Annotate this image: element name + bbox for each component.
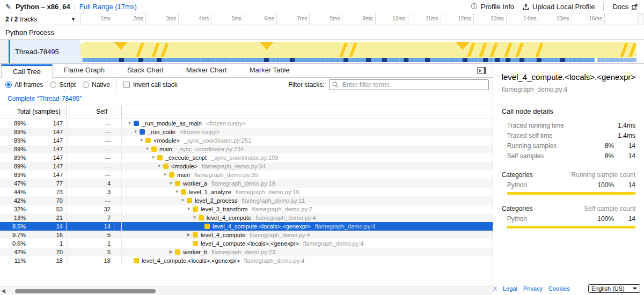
- footer-link-legal[interactable]: Legal: [503, 285, 517, 292]
- total-count: 147: [26, 145, 66, 153]
- scroll-left-arrow-icon[interactable]: [2, 289, 5, 293]
- track-process-header[interactable]: Python Process: [0, 25, 644, 40]
- function-file: flamegraph_demo.py:4: [315, 222, 376, 231]
- footer-link-x[interactable]: X: [493, 285, 497, 292]
- radio-script[interactable]: Script: [50, 81, 76, 88]
- category-python-icon: [157, 155, 163, 160]
- call-tree-row[interactable]: 8.5%1414level_4_compute.<locals>.<genexp…: [0, 222, 493, 231]
- breadcrumb-complete-thread[interactable]: Complete “Thread-78495”: [8, 95, 82, 102]
- total-cell: 89%147: [0, 162, 67, 171]
- category-heading-row: CategoriesRunning sample count: [502, 170, 635, 180]
- radio-native[interactable]: Native: [83, 81, 110, 88]
- call-tree-row[interactable]: 89%147—▼_run_code<frozen runpy>: [0, 128, 493, 136]
- function-name: level_4_compute: [201, 231, 245, 239]
- docs-link[interactable]: Docs: [612, 3, 638, 11]
- track-reorder-gutter[interactable]: [0, 40, 9, 63]
- total-cell: 11%18: [0, 256, 67, 265]
- horizontal-scrollbar-thumb[interactable]: [15, 289, 156, 293]
- tab-stack-chart[interactable]: Stack Chart: [116, 64, 175, 77]
- expand-open-icon[interactable]: ▼: [137, 136, 145, 145]
- call-tree-row[interactable]: 89%147—▼<module>_sync_coordinator.py:251: [0, 136, 493, 145]
- call-tree-row[interactable]: 89%147—▼<module>flamegraph_demo.py:34: [0, 162, 493, 171]
- call-tree-row[interactable]: 89%147—▼main_sync_coordinator.py:234: [0, 145, 493, 153]
- tab-marker-table[interactable]: Marker Table: [238, 64, 301, 77]
- thread-activity-graph[interactable]: [80, 40, 638, 63]
- sidebar-toggle-button[interactable]: [477, 67, 486, 74]
- column-header-total[interactable]: Total (samples): [0, 105, 67, 119]
- tracks-count: 2 / 2: [5, 16, 18, 23]
- edit-profile-name-icon[interactable]: ✎: [5, 3, 11, 11]
- timeline-tick-strip[interactable]: 1ms2ms3ms4ms5ms6ms7ms8ms9ms10ms11ms12ms1…: [80, 13, 638, 25]
- call-tree-row[interactable]: 0.6%11level_4_compute.<locals>.<genexpr>…: [0, 239, 493, 248]
- column-header-self[interactable]: Self: [67, 105, 114, 119]
- function-cell: ▼level_1_analyzeflamegraph_demo.py:16: [122, 188, 493, 196]
- call-tree-row[interactable]: 89%147—▼_run_module_as_main<frozen runpy…: [0, 119, 493, 128]
- call-tree-row[interactable]: 9.7%165▶level_4_computeflamegraph_demo.p…: [0, 231, 493, 239]
- invert-call-stack-checkbox[interactable]: Invert call stack: [123, 81, 178, 88]
- call-tree-row[interactable]: 13%217▼level_4_computeflamegraph_demo.py…: [0, 213, 493, 222]
- expand-open-icon[interactable]: ▼: [126, 119, 134, 128]
- page-footer: XLegalPrivacyCookiesEnglish (US): [493, 284, 640, 293]
- radio-label: All frames: [14, 81, 43, 88]
- function-cell: ▼<module>flamegraph_demo.py:34: [122, 162, 493, 171]
- call-tree-row[interactable]: 89%147—▼_execute_script_sync_coordinator…: [0, 153, 493, 162]
- expand-open-icon[interactable]: ▼: [149, 153, 157, 162]
- total-cell: 9.7%16: [0, 231, 67, 239]
- tracks-visibility-dropdown[interactable]: 2 / 2 tracks ▼: [0, 13, 80, 25]
- expand-open-icon[interactable]: ▼: [179, 196, 187, 205]
- expand-open-icon[interactable]: ▼: [143, 145, 151, 153]
- row-spacer-cell: [114, 119, 122, 128]
- self-cell: —: [67, 153, 114, 162]
- call-tree-row[interactable]: 42%705▶worker_bflamegraph_demo.py:23: [0, 248, 493, 256]
- timeline-tick-label: 4ms: [179, 13, 211, 24]
- expand-open-icon[interactable]: ▼: [167, 179, 175, 188]
- expand-open-icon[interactable]: ▼: [131, 128, 140, 136]
- footer-link-privacy[interactable]: Privacy: [523, 285, 543, 292]
- activity-band: [80, 42, 636, 58]
- horizontal-scrollbar[interactable]: [0, 286, 493, 295]
- sample-dark-segment: [404, 58, 408, 62]
- call-tree-row[interactable]: 42%70—▼level_2_processflamegraph_demo.py…: [0, 196, 493, 205]
- expand-open-icon[interactable]: ▼: [161, 171, 169, 179]
- function-cell: ▼worker_aflamegraph_demo.py:19: [122, 179, 493, 188]
- detail-label: Self samples: [502, 152, 589, 160]
- call-tree-row[interactable]: 89%147—▼mainflamegraph_demo.py:30: [0, 171, 493, 179]
- filter-stacks-input[interactable]: [329, 79, 489, 90]
- expand-open-icon[interactable]: ▼: [155, 162, 163, 171]
- total-count: 147: [26, 119, 66, 128]
- total-count: 147: [26, 153, 66, 162]
- track-thread-label[interactable]: Thread-78495: [10, 40, 80, 63]
- language-select[interactable]: English (US): [588, 284, 640, 293]
- expand-collapsed-icon[interactable]: ▶: [167, 248, 175, 256]
- expand-collapsed-icon[interactable]: ▶: [185, 231, 193, 239]
- call-tree-row[interactable]: 32%5332▼level_3_transformflamegraph_demo…: [0, 205, 493, 213]
- self-cell: 7: [67, 213, 114, 222]
- footer-link-cookies[interactable]: Cookies: [548, 285, 570, 292]
- category-row-python: Python100%14: [502, 213, 635, 224]
- marker-slash: [136, 43, 144, 57]
- expand-open-icon[interactable]: ▼: [185, 205, 193, 213]
- total-percent: 47%: [0, 179, 26, 188]
- expand-open-icon[interactable]: ▼: [173, 188, 181, 196]
- tab-marker-chart[interactable]: Marker Chart: [175, 64, 238, 77]
- timeline-tick-label: 9ms: [342, 13, 375, 24]
- total-cell: 89%147: [0, 136, 67, 145]
- profile-info-button[interactable]: ⓘ Profile Info: [471, 2, 514, 11]
- full-range-button[interactable]: Full Range (17ms): [79, 3, 137, 11]
- info-icon: ⓘ: [471, 2, 478, 11]
- radio-all-frames[interactable]: All frames: [5, 81, 43, 88]
- function-file: flamegraph_demo.py:4: [255, 213, 316, 222]
- category-python-icon: [187, 198, 192, 203]
- timeline-tick-label: 6ms: [244, 13, 276, 24]
- call-tree-rows: 89%147—▼_run_module_as_main<frozen runpy…: [0, 119, 493, 265]
- upload-local-profile-button[interactable]: Upload Local Profile: [523, 3, 595, 11]
- tab-flame-graph[interactable]: Flame Graph: [53, 64, 116, 77]
- call-tree-row[interactable]: 44%733▼level_1_analyzeflamegraph_demo.py…: [0, 188, 493, 196]
- sample-dark-segment: [138, 58, 143, 62]
- total-count: 18: [26, 256, 66, 265]
- tab-call-tree[interactable]: Call Tree: [1, 64, 53, 78]
- call-tree-row[interactable]: 11%1818level_4_compute.<locals>.<genexpr…: [0, 256, 493, 265]
- call-tree-row[interactable]: 47%774▼worker_aflamegraph_demo.py:19: [0, 179, 493, 188]
- total-count: 14: [26, 222, 66, 231]
- expand-open-icon[interactable]: ▼: [191, 213, 199, 222]
